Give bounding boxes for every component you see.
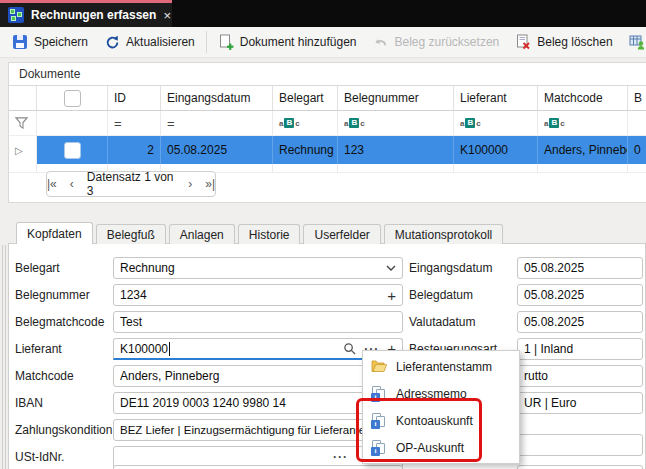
empty-right-input[interactable] xyxy=(517,434,643,456)
abc-operator-icon[interactable]: aBc xyxy=(460,118,481,128)
equals-operator-icon[interactable]: = xyxy=(114,116,122,131)
last-record-button[interactable]: »| xyxy=(205,177,215,191)
menu-item-label: Kontoauskunft xyxy=(396,414,473,428)
belegdatum-input[interactable]: 05.08.2025 xyxy=(517,284,643,306)
partial-row6-value: UR | Euro xyxy=(524,396,576,410)
cell[interactable] xyxy=(538,164,628,173)
filter-cell-id[interactable]: = xyxy=(108,111,161,135)
first-record-button[interactable]: |« xyxy=(47,177,57,191)
cell[interactable] xyxy=(338,164,454,173)
filter-cell-belegart[interactable]: aBc xyxy=(273,111,338,135)
bruttobetrag-label: Bruttobetrag xyxy=(409,465,475,469)
cell[interactable] xyxy=(454,164,538,173)
belegart-value: Rechnung xyxy=(120,261,175,275)
matchcode-input[interactable]: Anders, Pinneberg xyxy=(113,365,403,387)
start-check-button[interactable]: Prüfung starten xyxy=(621,29,646,55)
column-header-belegnummer[interactable]: Belegnummer xyxy=(338,86,454,110)
row-pointer-icon: ▷ xyxy=(15,145,23,156)
row-checkbox[interactable] xyxy=(64,142,81,159)
next-record-button[interactable]: › xyxy=(188,177,192,191)
partial-bottom-left-input[interactable]: (235) xyxy=(113,465,403,469)
add-document-button[interactable]: Dokument hinzufügen xyxy=(210,29,365,55)
table-row-selected[interactable]: ▷ 2 05.08.2025 Rechnung 123 K100000 Ande… xyxy=(9,136,646,164)
chevron-down-icon[interactable] xyxy=(386,265,396,271)
save-button[interactable]: Speichern xyxy=(4,29,96,55)
eingangsdatum-input[interactable]: 05.08.2025 xyxy=(517,257,643,279)
filter-cell[interactable] xyxy=(628,111,646,135)
menu-item-kontoauskunft[interactable]: i Kontoauskunft xyxy=(363,407,519,434)
column-header-lieferant[interactable]: Lieferant xyxy=(454,86,538,110)
documents-grid: ID Eingangsdatum Belegart Belegnummer Li… xyxy=(9,85,646,173)
document-tab[interactable]: Rechnungen erfassen × xyxy=(0,0,172,27)
column-header-id[interactable]: ID xyxy=(108,86,161,110)
abc-operator-icon[interactable]: aBc xyxy=(544,118,565,128)
valutadatum-input[interactable]: 05.08.2025 xyxy=(517,311,643,333)
tab-mutationsprotokoll[interactable]: Mutationsprotokoll xyxy=(384,224,503,244)
text-caret xyxy=(169,342,170,356)
cell-belegart[interactable]: Rechnung xyxy=(273,136,338,164)
reset-document-button: Beleg zurücksetzen xyxy=(365,29,508,55)
filter-cell-belegnummer[interactable]: aBc xyxy=(338,111,454,135)
plus-icon[interactable]: + xyxy=(387,288,396,303)
splitter-line[interactable] xyxy=(2,245,3,469)
save-label: Speichern xyxy=(34,35,88,49)
tab-userfelder[interactable]: Userfelder xyxy=(303,224,380,244)
belegmatchcode-input[interactable]: Test xyxy=(113,311,403,333)
abc-operator-icon[interactable]: aBc xyxy=(279,118,300,128)
kopfdaten-panel: Belegart Rechnung Belegnummer 1234 + Bel… xyxy=(8,243,646,469)
belegnummer-input[interactable]: 1234 + xyxy=(113,284,403,306)
filter-cell[interactable] xyxy=(37,111,108,135)
iban-input[interactable]: DE11 2019 0003 1240 9980 14 xyxy=(113,392,403,414)
belegnummer-value: 1234 xyxy=(120,288,147,302)
equals-operator-icon[interactable]: = xyxy=(167,116,175,131)
menu-item-adressmemo[interactable]: i Adressmemo xyxy=(363,380,519,407)
tab-kopfdaten[interactable]: Kopfdaten xyxy=(16,222,93,244)
cell-belegnummer[interactable]: 123 xyxy=(338,136,454,164)
eingangsdatum-label: Eingangsdatum xyxy=(409,257,492,278)
dokumente-groupbox: Dokumente ID Eingangsdatum Belegart Bele… xyxy=(8,62,646,203)
zahlungskondition-input[interactable]: BEZ Liefer | Einzugsermächtigung für Lie… xyxy=(113,419,403,441)
bruttobetrag-input[interactable] xyxy=(517,465,643,469)
filter-cell-lieferant[interactable]: aBc xyxy=(454,111,538,135)
abc-operator-icon[interactable]: aBc xyxy=(344,118,365,128)
besteuerungsart-input[interactable]: 1 | Inland xyxy=(517,338,643,360)
partial-row5-input[interactable]: rutto xyxy=(517,365,643,387)
splitter-line[interactable] xyxy=(5,245,6,469)
reset-document-label: Beleg zurücksetzen xyxy=(395,35,500,49)
ellipsis-button[interactable]: ··· xyxy=(333,450,348,464)
belegart-select[interactable]: Rechnung xyxy=(113,257,403,279)
column-header-matchcode[interactable]: Matchcode xyxy=(538,86,628,110)
cell-clipped[interactable]: 0 xyxy=(628,136,646,164)
row-indicator-cell: ▷ xyxy=(9,136,37,164)
column-header-eingangsdatum[interactable]: Eingangsdatum xyxy=(161,86,273,110)
header-checkbox[interactable] xyxy=(64,90,81,107)
cell[interactable] xyxy=(628,164,646,173)
invoice-module-icon xyxy=(8,7,24,23)
tab-belegfuss[interactable]: Belegfuß xyxy=(96,224,166,244)
filter-cell-eingangsdatum[interactable]: = xyxy=(161,111,273,135)
cell-lieferant[interactable]: K100000 xyxy=(454,136,538,164)
menu-item-lieferantenstamm[interactable]: Lieferantenstamm xyxy=(363,353,519,380)
pages-info-icon: i xyxy=(371,413,387,429)
filter-cell-matchcode[interactable]: aBc xyxy=(538,111,628,135)
row-select-cell[interactable] xyxy=(37,136,108,164)
column-header-belegart[interactable]: Belegart xyxy=(273,86,338,110)
refresh-label: Aktualisieren xyxy=(126,35,195,49)
search-icon[interactable] xyxy=(343,342,356,355)
column-header-clipped[interactable]: B xyxy=(628,86,646,110)
lieferant-input[interactable]: K100000 ··· + xyxy=(113,338,403,360)
previous-record-button[interactable]: ‹ xyxy=(70,177,74,191)
select-all-column-header[interactable] xyxy=(37,86,108,110)
partial-row6-input[interactable]: UR | Euro xyxy=(517,392,643,414)
refresh-button[interactable]: Aktualisieren xyxy=(96,29,203,55)
cell[interactable] xyxy=(273,164,338,173)
tab-historie[interactable]: Historie xyxy=(238,224,301,244)
close-tab-icon[interactable]: × xyxy=(163,8,171,23)
cell-eingangsdatum[interactable]: 05.08.2025 xyxy=(161,136,273,164)
cell-matchcode[interactable]: Anders, Pinneberg xyxy=(538,136,628,164)
refresh-icon xyxy=(104,34,120,50)
delete-document-button[interactable]: Beleg löschen xyxy=(507,29,620,55)
menu-item-op-auskunft[interactable]: i OP-Auskunft xyxy=(363,434,519,461)
cell-id[interactable]: 2 xyxy=(108,136,161,164)
tab-anlagen[interactable]: Anlagen xyxy=(169,224,235,244)
